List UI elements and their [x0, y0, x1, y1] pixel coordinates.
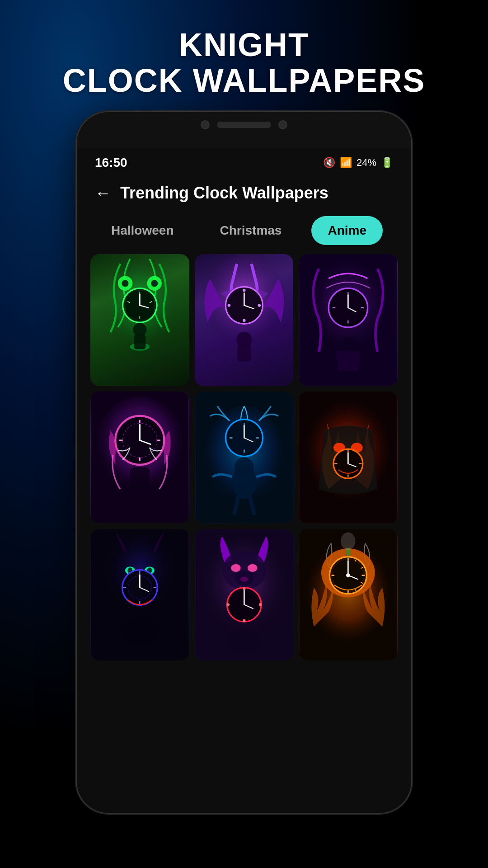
tab-christmas[interactable]: Christmas: [203, 216, 298, 245]
filter-tabs: Halloween Christmas Anime: [77, 212, 411, 254]
back-button[interactable]: ←: [95, 184, 111, 203]
wallpaper-card-5[interactable]: [195, 392, 294, 524]
svg-point-96: [248, 564, 258, 571]
phone-notch: [201, 120, 287, 129]
wallpaper-grid: [77, 254, 411, 660]
svg-point-104: [243, 619, 245, 622]
wallpaper-card-1[interactable]: [90, 254, 189, 386]
page-title: Trending Clock Wallpapers: [120, 184, 328, 203]
phone-screen: 16:50 🔇 📶 24% 🔋 ← Trending Clock Wallpap…: [77, 148, 411, 813]
wallpaper-card-9[interactable]: [299, 529, 398, 661]
tab-anime[interactable]: Anime: [311, 216, 383, 245]
svg-point-108: [227, 629, 261, 653]
status-time: 16:50: [95, 156, 127, 170]
camera-left: [201, 120, 210, 129]
battery-text: 24%: [357, 157, 376, 169]
svg-rect-49: [130, 467, 150, 496]
phone-frame: 16:50 🔇 📶 24% 🔋 ← Trending Clock Wallpap…: [77, 112, 411, 813]
svg-point-98: [240, 576, 248, 581]
svg-point-37: [341, 337, 355, 352]
svg-point-19: [243, 289, 245, 292]
svg-point-61: [234, 458, 253, 477]
wallpaper-card-6[interactable]: [299, 392, 398, 524]
svg-point-15: [133, 323, 146, 337]
status-bar: 16:50 🔇 📶 24% 🔋: [77, 148, 411, 175]
mute-icon: 🔇: [323, 157, 335, 169]
wallpaper-card-4[interactable]: [90, 392, 189, 524]
svg-point-22: [227, 304, 230, 307]
svg-point-21: [243, 319, 245, 322]
status-icons: 🔇 📶 24% 🔋: [323, 157, 393, 169]
wallpaper-card-8[interactable]: [195, 529, 294, 661]
svg-point-124: [346, 573, 350, 577]
header: ← Trending Clock Wallpapers: [77, 175, 411, 212]
wallpaper-card-3[interactable]: [299, 254, 398, 386]
camera-right: [278, 120, 287, 129]
svg-point-103: [258, 603, 261, 606]
wallpaper-card-2[interactable]: [195, 254, 294, 386]
speaker: [217, 122, 271, 128]
svg-point-95: [231, 564, 241, 571]
wifi-icon: 📶: [340, 157, 352, 169]
svg-point-3: [122, 280, 128, 287]
wallpaper-card-7[interactable]: [90, 529, 189, 661]
svg-point-20: [258, 304, 260, 307]
tab-halloween[interactable]: Halloween: [95, 216, 190, 245]
svg-rect-26: [237, 344, 251, 362]
svg-point-102: [243, 587, 245, 590]
battery-icon: 🔋: [381, 157, 393, 169]
svg-rect-14: [134, 335, 145, 349]
svg-point-126: [341, 532, 355, 550]
svg-point-105: [226, 603, 229, 606]
svg-point-91: [120, 617, 159, 646]
app-title: KNIGHT CLOCK WALLPAPERS: [63, 27, 426, 99]
svg-point-4: [151, 280, 158, 287]
